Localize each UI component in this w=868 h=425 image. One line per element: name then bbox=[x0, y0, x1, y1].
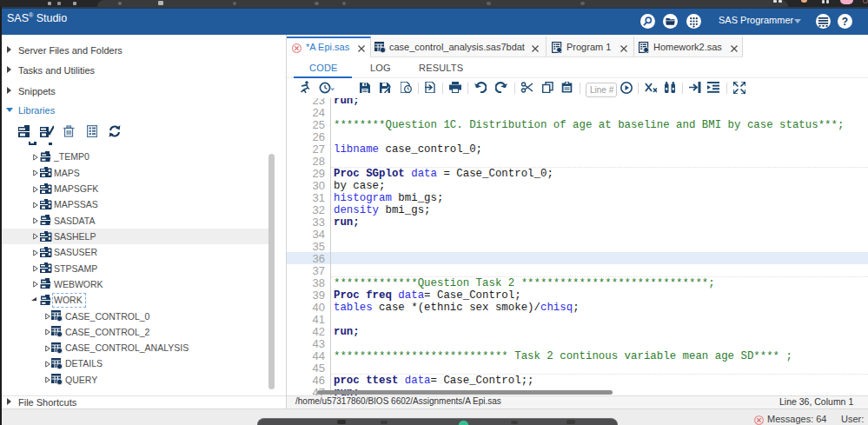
svg-text:?: ? bbox=[841, 15, 847, 27]
